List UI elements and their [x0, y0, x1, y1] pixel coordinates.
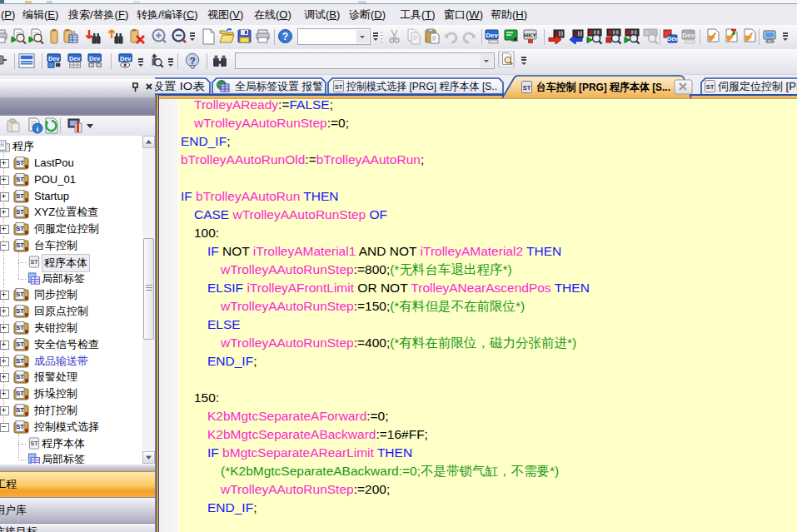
svg-text:全局标签设置 报警: 全局标签设置 报警 — [235, 80, 323, 92]
svg-text:ST: ST — [523, 84, 531, 92]
svg-text:控制模式选择 [PRG] 程序本体 [S..: 控制模式选择 [PRG] 程序本体 [S.. — [346, 80, 497, 92]
svg-text:Dev: Dev — [89, 55, 101, 62]
svg-text:Dev: Dev — [120, 55, 132, 62]
svg-text:台车控制 [PRG] 程序本体 [S...: 台车控制 [PRG] 程序本体 [S... — [536, 81, 670, 93]
svg-text:设置 IO表: 设置 IO表 — [155, 80, 205, 92]
svg-text:ST: ST — [335, 83, 343, 91]
svg-text:?: ? — [189, 55, 195, 67]
svg-text:Dev: Dev — [48, 55, 60, 62]
svg-text:Dev: Dev — [667, 36, 678, 42]
svg-text:Dev: Dev — [69, 55, 81, 62]
svg-text:ST: ST — [706, 83, 715, 91]
svg-text:伺服定位控制 [PR: 伺服定位控制 [PR — [717, 80, 797, 92]
